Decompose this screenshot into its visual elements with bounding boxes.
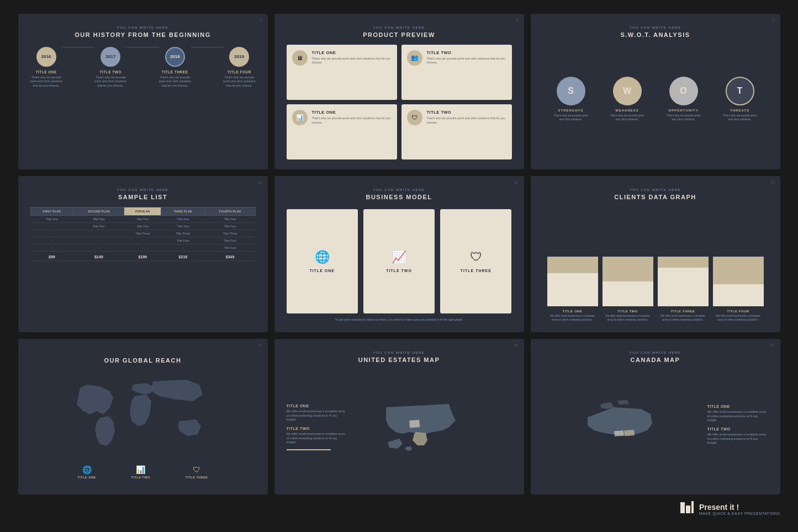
bar-desc-1: We offer small businesses a complete arr… xyxy=(547,315,598,322)
slide-2-title: PRODUCT PREVIEW xyxy=(287,31,512,38)
brand-footer: Present it ! MAKE QUICK & EASY PRESENTAT… xyxy=(18,494,780,518)
bar-block-1 xyxy=(547,257,598,306)
slide-6-title: CLIENTS DATA GRAPH xyxy=(543,194,768,200)
slide-6-subtitle: YOU CAN WRITE HERE xyxy=(543,188,768,191)
bar-item-3: TITLE THREE We offer small businesses a … xyxy=(658,257,709,322)
tl-desc-2: That's why we provide point and click so… xyxy=(94,76,126,88)
map-icon-item-1: 🌐 TITLE ONE xyxy=(77,465,96,479)
timeline-item-3: 2018 TITLE THREE That's why we provide p… xyxy=(159,47,191,88)
slide-3-title: S.W.O.T. ANALYSIS xyxy=(543,31,768,38)
swot-desc-s: That's why we provide point and click so… xyxy=(552,114,590,121)
slide-2-subtitle: YOU CAN WRITE HERE xyxy=(287,26,512,29)
product-card-2-desc: That's why we provide point and click so… xyxy=(427,57,506,65)
bar-seg-3b xyxy=(658,268,709,306)
business-icon-2: 📈 xyxy=(392,250,406,264)
bar-block-3 xyxy=(658,257,709,306)
slide-sample-list: 11 YOU CAN WRITE HERE SAMPLE LIST FIRST … xyxy=(18,176,268,332)
business-card-2-title: TITLE TWO xyxy=(386,269,412,273)
svg-rect-2 xyxy=(691,501,694,513)
map-icon-chart: 📊 xyxy=(136,465,145,474)
slide-history: 9 YOU CAN WRITE HERE OUR HISTORY FROM TH… xyxy=(18,14,268,170)
canada-map-content: TITLE ONE We offer small businesses a co… xyxy=(543,370,768,485)
bar-chart: TITLE ONE We offer small businesses a co… xyxy=(543,207,768,322)
swot-label-t: THREATS xyxy=(730,109,749,112)
slide-4-subtitle: YOU CAN WRITE HERE xyxy=(30,188,256,191)
map-icon-globe: 🌐 xyxy=(82,465,92,474)
bar-desc-3: We offer small businesses a complete arr… xyxy=(658,315,709,322)
product-grid: 🖥 TITLE ONE That's why we provide point … xyxy=(287,45,512,160)
slide-global: 37 OUR GLOBAL REACH 🌐 xyxy=(18,339,268,495)
bar-desc-4: We offer small businesses a complete arr… xyxy=(713,315,764,322)
slide-9-subtitle: YOU CAN WRITE HERE xyxy=(543,351,768,354)
us-map-svg xyxy=(383,394,482,460)
bar-title-3: TITLE THREE xyxy=(670,310,695,313)
map-icon-shield: 🛡 xyxy=(193,465,200,474)
slide-product: 8 YOU CAN WRITE HERE PRODUCT PREVIEW 🖥 T… xyxy=(274,14,524,170)
slides-grid: 9 YOU CAN WRITE HERE OUR HISTORY FROM TH… xyxy=(18,14,780,495)
svg-rect-1 xyxy=(686,506,690,513)
business-card-2: 📈 TITLE TWO xyxy=(363,209,435,313)
sample-table-wrap: FIRST PLAN SECOND PLAN POPULAR THIRD PLA… xyxy=(30,207,256,322)
price-row: $99$149$199$219$349 xyxy=(30,252,255,261)
slide-number-7: 37 xyxy=(258,343,262,347)
business-icon-1: 🌐 xyxy=(315,250,330,264)
slide-1-title: OUR HISTORY FROM THE BEGINNING xyxy=(30,31,256,38)
canada-map-info: TITLE ONE We offer small businesses a co… xyxy=(707,405,768,450)
brand-icon xyxy=(679,500,695,518)
slide-8-title: UNITED ESTATES MAP xyxy=(287,357,512,363)
product-card-3: 📊 TITLE ONE That's why we provide point … xyxy=(287,104,397,159)
business-card-3: 🛡 TITLE THREE xyxy=(440,209,511,313)
bar-seg-2b xyxy=(603,281,653,306)
th-popular: POPULAR xyxy=(124,208,161,216)
slide-1-subtitle: YOU CAN WRITE HERE xyxy=(30,26,256,29)
us-map-content: TITLE ONE We offer small businesses a co… xyxy=(287,370,512,485)
tl-line-1 xyxy=(62,47,94,47)
swot-label-s: STRENGHTS xyxy=(558,109,583,112)
product-icon-4: 🛡 xyxy=(407,110,422,125)
year-circle-1: 2016 xyxy=(36,47,56,67)
product-card-2: 👥 TITLE TWO That's why we provide point … xyxy=(401,45,512,100)
bar-title-4: TITLE FOUR xyxy=(727,310,749,313)
slide-business: 18 YOU CAN WRITE HERE BUSINESS MODEL 🌐 T… xyxy=(274,176,524,332)
brand-logo: Present it ! MAKE QUICK & EASY PRESENTAT… xyxy=(679,500,780,518)
timeline-item-4: 2019 TITLE FOUR That's why we provide po… xyxy=(223,47,255,88)
product-card-3-title: TITLE ONE xyxy=(312,110,392,115)
global-title: OUR GLOBAL REACH xyxy=(104,357,182,364)
bar-item-4: TITLE FOUR We offer small businesses a c… xyxy=(713,257,764,322)
slide-9-title: CANADA MAP xyxy=(543,357,768,363)
business-cards: 🌐 TITLE ONE 📈 TITLE TWO 🛡 TITLE THREE xyxy=(287,209,512,313)
product-icon-2: 👥 xyxy=(407,50,422,66)
bar-item-1: TITLE ONE We offer small businesses a co… xyxy=(547,257,598,322)
slide-5-subtitle: YOU CAN WRITE HERE xyxy=(287,188,512,191)
map-icon-label-3: TITLE THREE xyxy=(186,476,208,479)
brand-tagline: MAKE QUICK & EASY PRESENTATIONS xyxy=(699,512,780,515)
us-map-visual xyxy=(353,394,512,460)
tl-label-2: TITLE TWO xyxy=(99,70,121,74)
swot-circle-t: T xyxy=(726,77,754,105)
business-icon-3: 🛡 xyxy=(470,250,482,264)
timeline-item-2: 2017 TITLE TWO That's why we provide poi… xyxy=(94,47,126,88)
world-map-svg xyxy=(60,368,226,461)
table-row: ----Title Five xyxy=(30,244,255,252)
bar-desc-2: We offer small businesses a complete arr… xyxy=(603,315,653,322)
tl-label-3: TITLE THREE xyxy=(162,70,188,74)
slide-number-2: 8 xyxy=(516,18,519,22)
table-row: Title OneTitle OneTitle OneTitle OneTitl… xyxy=(30,216,255,223)
tl-desc-1: That's why we provide point and click so… xyxy=(30,76,62,88)
canada-info-desc-2: We offer small businesses a complete arr… xyxy=(707,433,768,445)
tl-desc-4: That's why we provide point and click so… xyxy=(223,76,255,88)
canada-map-visual xyxy=(543,397,702,457)
bar-block-2 xyxy=(603,257,653,306)
bar-seg-4a xyxy=(713,257,764,284)
product-card-2-title: TITLE TWO xyxy=(427,50,506,55)
slide-clients-data: 19 YOU CAN WRITE HERE CLIENTS DATA GRAPH… xyxy=(531,176,780,332)
map-icon-label-2: TITLE TWO xyxy=(131,476,150,479)
map-slide-global: OUR GLOBAL REACH 🌐 TITLE ONE xyxy=(60,351,226,485)
swot-item-w: W WEAKNESS That's why we provide point a… xyxy=(608,77,647,121)
swot-desc-w: That's why we provide point and click so… xyxy=(608,114,647,121)
business-card-1-title: TITLE ONE xyxy=(309,269,335,273)
brand-text: Present it ! MAKE QUICK & EASY PRESENTAT… xyxy=(699,503,780,515)
business-card-1: 🌐 TITLE ONE xyxy=(287,209,358,313)
table-row: ---Title FourTitle Four xyxy=(30,237,255,244)
swot-desc-o: That's why we provide point and click so… xyxy=(664,114,703,121)
